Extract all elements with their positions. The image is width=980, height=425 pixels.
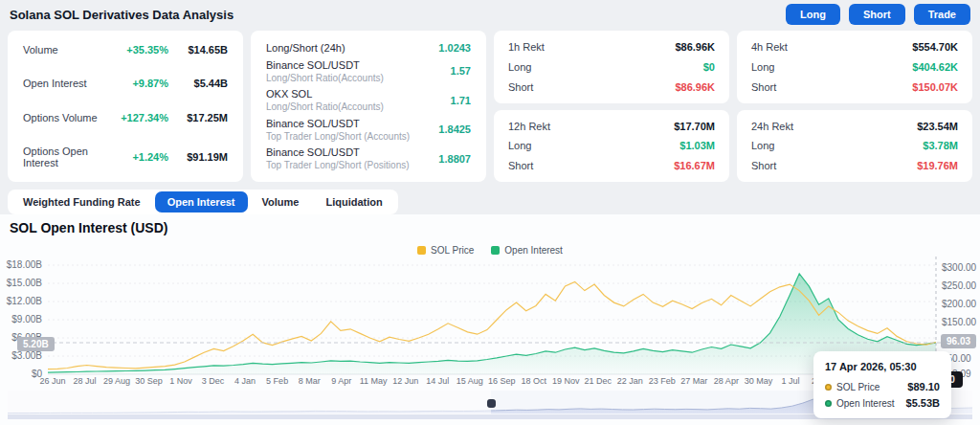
y-axis-left-label: $18.00B [0, 260, 42, 270]
rekt-card-12h: 12h Rekt$17.70M Long$1.03M Short$16.67M [494, 110, 729, 183]
tooltip-row-open-interest: Open Interest $5.53B [825, 397, 940, 409]
stat-change: +35.35% [105, 44, 168, 56]
stat-row-open-interest: Open Interest +9.87% $5.44B [23, 78, 228, 89]
ratio-title: OKX SOL [266, 88, 451, 100]
x-axis-label: 28 Apr [714, 376, 739, 386]
stat-row-options-volume: Options Volume +127.34% $17.25M [23, 112, 228, 123]
tab-open-interest[interactable]: Open Interest [155, 191, 248, 212]
stat-change: +127.34% [105, 112, 168, 123]
stats-cards: Volume +35.35% $14.65B Open Interest +9.… [8, 31, 972, 182]
navigator-mask-left [8, 391, 491, 414]
rekt-period: 4h Rekt [751, 41, 912, 53]
rekt-card-4h: 4h Rekt$554.70K Long$404.62K Short$150.0… [737, 31, 972, 103]
stat-row-volume: Volume +35.35% $14.65B [23, 44, 228, 56]
stat-change: +9.87% [105, 78, 168, 89]
tooltip-value: $89.10 [907, 381, 940, 392]
market-stats-card: Volume +35.35% $14.65B Open Interest +9.… [8, 31, 243, 182]
ratio-row: Binance SOL/USDTLong/Short Ratio(Account… [266, 59, 471, 83]
ratio-value: 1.0243 [438, 42, 471, 54]
y-axis-right-label: $150.00 [942, 318, 980, 327]
x-axis-label: 12 Jun [392, 376, 418, 386]
x-axis-label: 18 Oct [522, 376, 547, 386]
rekt-short-value: $86.96K [675, 81, 715, 93]
tooltip-label: SOL Price [836, 382, 907, 392]
ratio-value: 1.57 [451, 65, 471, 77]
y-axis-right-label: $200.00 [942, 300, 980, 309]
x-axis-label: 4 Jan [234, 376, 256, 386]
navigator-handle-left[interactable] [487, 399, 496, 408]
ratio-row: Binance SOL/USDTTop Trader Long/Short (P… [266, 146, 471, 170]
rekt-column-2: 4h Rekt$554.70K Long$404.62K Short$150.0… [737, 31, 972, 182]
ratio-title: Binance SOL/USDT [266, 146, 438, 158]
x-axis-label: 3 Dec [202, 376, 225, 386]
trade-button[interactable]: Trade [914, 4, 970, 25]
ratio-value: 1.8425 [438, 123, 471, 135]
stat-label: Options Volume [23, 112, 105, 123]
y-axis-left-label: $0 [0, 369, 42, 379]
rekt-period: 1h Rekt [508, 41, 675, 53]
x-axis-label: 21 Dec [585, 376, 612, 386]
rekt-long-label: Long [751, 61, 912, 73]
long-button[interactable]: Long [786, 4, 840, 25]
rekt-long-label: Long [508, 61, 703, 73]
rekt-long-value: $3.78M [923, 140, 958, 151]
rekt-short-label: Short [751, 81, 912, 93]
x-axis-label: 28 Jul [74, 376, 97, 386]
x-axis-label: 19 Nov [552, 376, 580, 386]
ratio-title: Long/Short (24h) [266, 42, 438, 54]
rekt-period: 24h Rekt [751, 121, 917, 132]
rekt-long-value: $404.62K [912, 61, 958, 73]
ratio-row: Long/Short (24h) 1.0243 [266, 42, 471, 54]
ratio-row: OKX SOLLong/Short Ratio(Accounts) 1.71 [266, 88, 471, 112]
ratio-title: Binance SOL/USDT [266, 59, 451, 71]
x-axis-label: 22 Jan [617, 376, 643, 386]
rekt-card-1h: 1h Rekt$86.96K Long$0 Short$86.96K [494, 31, 729, 103]
tab-volume[interactable]: Volume [250, 191, 312, 212]
tab-liquidation[interactable]: Liquidation [313, 191, 394, 212]
x-axis-label: 26 Jun [39, 376, 65, 386]
x-axis-label: 15 Aug [457, 376, 483, 386]
x-axis-label: 16 Sep [488, 376, 516, 386]
stat-label: Options Open Interest [23, 145, 105, 168]
rekt-card-24h: 24h Rekt$23.54M Long$3.78M Short$19.76M [737, 110, 972, 183]
y-axis-right-label: $250.00 [942, 281, 980, 291]
stat-change: +1.24% [105, 151, 168, 163]
chart-tabs: Weighted Funding Rate Open Interest Volu… [8, 190, 398, 214]
stat-value: $14.65B [168, 44, 228, 56]
header-actions: Long Short Trade [786, 4, 970, 25]
chart-area[interactable]: 5.20B 96.03 17 Apr 2026, 05:30 17 Apr 20… [0, 239, 980, 425]
stat-label: Open Interest [23, 78, 105, 89]
x-axis-label: 9 Apr [331, 376, 351, 386]
stat-label: Volume [23, 44, 105, 56]
page-header: Solana SOL Derivatives Data Analysis Lon… [0, 0, 980, 29]
tooltip-value: $5.53B [906, 397, 940, 409]
x-axis-label: 5 Feb [266, 376, 288, 386]
rekt-short-value: $150.07K [912, 81, 958, 93]
rekt-total: $554.70K [912, 41, 958, 53]
x-axis-label: 29 Aug [103, 376, 130, 386]
x-axis-label: 8 Mar [299, 376, 321, 386]
ratio-stats-card: Long/Short (24h) 1.0243 Binance SOL/USDT… [251, 31, 486, 182]
tooltip-label: Open Interest [836, 398, 906, 409]
rekt-period: 12h Rekt [508, 121, 674, 132]
ratio-value: 1.71 [451, 95, 471, 106]
chart-section-title: SOL Open Interest (USD) [10, 220, 167, 235]
ratio-row: Binance SOL/USDTTop Trader Long/Short (A… [266, 118, 471, 142]
rekt-short-label: Short [508, 81, 675, 93]
x-axis-label: 14 Jul [426, 376, 449, 386]
y-axis-left-label: $3.00B [0, 351, 42, 361]
short-button[interactable]: Short [849, 4, 905, 25]
open-interest-current-badge: 5.20B [17, 337, 55, 351]
x-axis-label: 23 Feb [649, 376, 676, 386]
y-axis-left-label: $12.00B [0, 297, 42, 306]
tooltip-row-price: SOL Price $89.10 [825, 381, 940, 392]
ratio-subtitle: Long/Short Ratio(Accounts) [266, 101, 451, 112]
x-axis-label: 27 Mar [680, 376, 707, 386]
x-axis-label: 11 May [360, 376, 388, 386]
stat-row-options-open-interest: Options Open Interest +1.24% $91.19M [23, 145, 228, 168]
tab-weighted-funding-rate[interactable]: Weighted Funding Rate [11, 191, 153, 212]
x-axis-label: 1 Nov [169, 376, 192, 386]
open-interest-dot-icon [825, 400, 832, 407]
rekt-long-label: Long [508, 140, 679, 151]
rekt-total: $86.96K [675, 41, 715, 53]
